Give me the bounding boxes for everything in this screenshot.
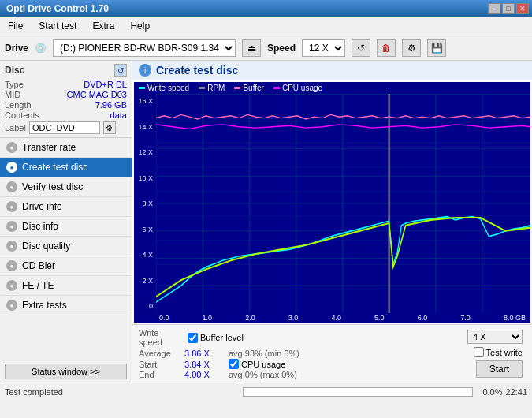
legend-cpu: CPU usage [273,84,322,92]
disc-contents-label: Contents [5,110,39,120]
disc-mid-value: CMC MAG D03 [67,90,127,99]
legend-label-cpu: CPU usage [282,84,322,92]
y-label-14: 14 X [136,123,154,131]
nav-label-transfer-rate: Transfer rate [22,142,76,153]
cpu-usage-label: CPU usage [241,360,285,369]
disc-length-label: Length [5,100,32,110]
y-label-10: 10 X [136,174,154,182]
x-label-0: 0.0 [159,314,169,322]
maximize-button[interactable]: □ [502,3,515,14]
legend-write-speed: Write speed [139,84,189,92]
sidebar-item-drive-info[interactable]: ● Drive info [0,197,132,217]
chart-svg [156,94,530,313]
sidebar-item-disc-quality[interactable]: ● Disc quality [0,237,132,256]
legend-color-write-speed [139,87,145,89]
buffer-level-label: Buffer level [200,333,244,342]
disc-refresh-button[interactable]: ↺ [114,64,127,77]
x-label-4: 4.0 [331,314,341,322]
legend-label-buffer: Buffer [243,84,264,92]
nav-label-cd-bler: CD Bler [22,260,55,271]
disc-label-icon[interactable]: ⚙ [103,121,116,134]
cpu-usage-checkbox[interactable] [229,359,239,369]
x-label-3: 3.0 [288,314,299,322]
cpu-usage-checkbox-label[interactable]: CPU usage [229,359,285,369]
disc-label-input[interactable] [29,121,100,134]
y-label-2: 2 X [136,277,154,285]
disc-type-label: Type [5,80,24,89]
y-label-6: 6 X [136,226,154,233]
start-button[interactable]: Start [476,360,523,378]
disc-contents-value: data [110,110,127,120]
bottom-controls: Write speed Buffer level Average 3.86 X … [132,324,532,383]
x-label-7: 7.0 [460,314,471,322]
buffer-level-checkbox[interactable] [188,333,198,343]
legend-color-cpu [273,87,280,89]
nav-icon-verify-test-disc: ● [6,181,17,192]
sidebar-item-transfer-rate[interactable]: ● Transfer rate [0,138,132,158]
status-window-button[interactable]: Status window >> [5,364,127,379]
content-area: i Create test disc Write speed RPM Buffe… [132,61,532,383]
chart-legend: Write speed RPM Buffer CPU usage [134,82,530,94]
content-header-title: Create test disc [156,64,238,77]
status-percent: 0.0% [482,387,502,397]
right-controls: 4 X 6 X 8 X 10 X 12 X Test write Start [464,328,526,379]
y-label-0: 0 [136,302,154,310]
save-button[interactable]: 💾 [427,39,446,57]
stat-average-label: Average [139,349,178,358]
nav-icon-transfer-rate: ● [6,142,17,153]
test-write-checkbox[interactable] [474,347,484,357]
legend-color-rpm [199,87,205,89]
refresh-button[interactable]: ↺ [352,39,370,57]
nav-label-verify-test-disc: Verify test disc [22,181,83,192]
nav-label-create-test-disc: Create test disc [22,162,87,173]
disc-length-value: 7.96 GB [95,100,127,110]
sidebar-item-create-test-disc[interactable]: ● Create test disc [0,158,132,177]
buffer-level-checkbox-label[interactable]: Buffer level [188,333,244,343]
disc-type-value: DVD+R DL [84,80,127,89]
legend-buffer: Buffer [234,84,264,92]
window-controls: ─ □ ✕ [488,3,529,14]
nav-label-extra-tests: Extra tests [22,300,67,311]
disc-label-key: Label [5,123,26,132]
nav-label-drive-info: Drive info [22,201,62,212]
test-write-checkbox-label[interactable]: Test write [474,347,523,357]
minimize-button[interactable]: ─ [488,3,500,14]
x-label-1: 1.0 [203,314,213,322]
x-label-5: 5.0 [374,314,385,322]
sidebar: Disc ↺ Type DVD+R DL MID CMC MAG D03 Len… [0,61,132,383]
legend-color-buffer [234,87,240,89]
nav-label-disc-info: Disc info [22,221,58,232]
stat-start-value: 3.84 X [184,360,222,369]
close-button[interactable]: ✕ [516,3,529,14]
left-stats: Write speed Buffer level Average 3.86 X … [139,328,461,379]
nav-icon-cd-bler: ● [6,260,17,271]
speed-select[interactable]: 12 X [302,39,345,57]
stat-end-value: 4.00 X [184,370,222,379]
content-header: i Create test disc [132,61,532,80]
legend-label-write-speed: Write speed [147,84,189,92]
settings-button[interactable]: ⚙ [402,39,421,57]
sidebar-item-extra-tests[interactable]: ● Extra tests [0,296,132,315]
status-text: Test completed [5,387,233,397]
main-layout: Disc ↺ Type DVD+R DL MID CMC MAG D03 Len… [0,61,532,383]
legend-rpm: RPM [199,84,225,92]
stat-start-label: Start [139,360,178,369]
sidebar-item-cd-bler[interactable]: ● CD Bler [0,256,132,276]
y-label-12: 12 X [136,148,154,156]
sidebar-item-verify-test-disc[interactable]: ● Verify test disc [0,177,132,197]
menu-file[interactable]: File [3,19,28,33]
status-time: 22:41 [505,387,527,397]
sidebar-item-disc-info[interactable]: ● Disc info [0,217,132,237]
stats-and-controls: Write speed Buffer level Average 3.86 X … [139,328,526,379]
sidebar-item-fe-te[interactable]: ● FE / TE [0,276,132,296]
nav-icon-disc-quality: ● [6,241,17,252]
disc-mid-label: MID [5,90,20,99]
nav-label-disc-quality: Disc quality [22,241,70,252]
menu-start-test[interactable]: Start test [34,19,81,33]
erase-button[interactable]: 🗑 [377,39,396,57]
drive-eject-button[interactable]: ⏏ [242,39,261,57]
drive-select[interactable]: (D:) PIONEER BD-RW BDR-S09 1.34 [53,39,236,57]
write-speed-dropdown[interactable]: 4 X 6 X 8 X 10 X 12 X [467,330,523,344]
menu-extra[interactable]: Extra [87,19,119,33]
menu-help[interactable]: Help [125,19,154,33]
